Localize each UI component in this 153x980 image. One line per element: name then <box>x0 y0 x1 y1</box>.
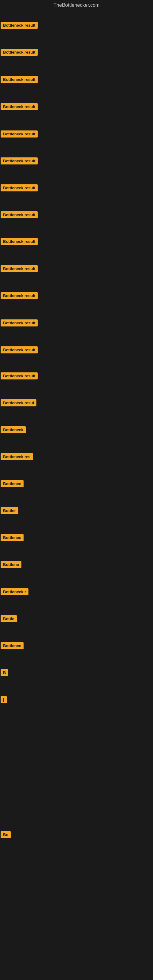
bottleneck-badge[interactable]: Bottleneck result <box>1 130 38 137</box>
bottleneck-badge-row: Bottlenec <box>1 480 24 488</box>
bottleneck-badge[interactable]: Bottleneck result <box>1 158 38 164</box>
bottleneck-badge[interactable]: Bottlenec <box>1 534 24 541</box>
bottleneck-badge[interactable]: Bottlene <box>1 561 21 568</box>
bottleneck-badge-row: Bottleneck result <box>1 103 38 111</box>
site-title-container: TheBottlenecker.com <box>0 0 153 10</box>
bottleneck-badge-row: Bottleneck <box>1 426 26 434</box>
bottleneck-badge[interactable]: Bottleneck result <box>1 211 38 218</box>
bottleneck-badge-row: Bottler <box>1 507 18 515</box>
bottleneck-badge-row: Bottleneck result <box>1 211 38 220</box>
bottleneck-badge-row: Bottleneck result <box>1 185 38 192</box>
bottleneck-badge-row: Bottlenec <box>1 642 24 651</box>
bottleneck-badge[interactable]: | <box>1 696 7 703</box>
bottleneck-badge[interactable]: Bottleneck result <box>1 292 38 299</box>
bottleneck-badge[interactable]: Bottleneck resul <box>1 399 37 406</box>
bottleneck-badge-row: Bottleneck result <box>1 265 38 274</box>
bottleneck-badge-row: Bottleneck result <box>1 76 38 84</box>
bottleneck-badge-row: | <box>1 696 7 705</box>
bottleneck-badge[interactable]: Bottleneck result <box>1 265 38 272</box>
bottleneck-badge[interactable]: Bo <box>1 831 11 838</box>
bottleneck-badge[interactable]: Bottler <box>1 507 18 514</box>
bottleneck-badge[interactable]: Bottleneck r <box>1 588 29 595</box>
bottleneck-badge[interactable]: Bottleneck result <box>1 76 38 83</box>
bottleneck-badge-row: Bottleneck result <box>1 22 38 30</box>
bottleneck-badge[interactable]: Bottlenec <box>1 480 24 487</box>
bottleneck-badge[interactable]: Bottleneck result <box>1 185 38 191</box>
bottleneck-badge-row: Bottleneck res <box>1 453 33 461</box>
bottleneck-badge-row: Bottleneck result <box>1 372 38 381</box>
bottleneck-badge[interactable]: B <box>1 669 8 676</box>
bottleneck-badge[interactable]: Bottleneck result <box>1 49 38 56</box>
bottleneck-badge[interactable]: Bottleneck result <box>1 22 38 29</box>
bottleneck-badge-row: B <box>1 669 8 678</box>
bottleneck-badge[interactable]: Bottleneck result <box>1 238 38 245</box>
bottleneck-badge[interactable]: Bottleneck result <box>1 320 38 326</box>
bottleneck-badge-row: Bottleneck result <box>1 346 38 355</box>
bottleneck-badge-row: Bo <box>1 831 11 840</box>
bottleneck-badge-row: Bottleneck result <box>1 320 38 328</box>
bottleneck-badge-row: Bottleneck result <box>1 158 38 166</box>
bottleneck-badge-row: Bottleneck result <box>1 49 38 57</box>
bottleneck-badge-row: Bottleneck r <box>1 588 29 597</box>
bottleneck-badge[interactable]: Bottleneck result <box>1 346 38 353</box>
bottleneck-badge-row: Bottleneck result <box>1 130 38 139</box>
bottleneck-badge[interactable]: Bottleneck res <box>1 453 33 460</box>
bottleneck-badge-row: Bottle <box>1 615 17 624</box>
bottleneck-badge-row: Bottlene <box>1 561 21 569</box>
bottleneck-badge[interactable]: Bottlenec <box>1 642 24 649</box>
bottleneck-badge[interactable]: Bottle <box>1 615 17 622</box>
results-container: Bottleneck resultBottleneck resultBottle… <box>0 10 153 980</box>
bottleneck-badge-row: Bottleneck resul <box>1 399 37 407</box>
bottleneck-badge[interactable]: Bottleneck result <box>1 372 38 379</box>
bottleneck-badge[interactable]: Bottleneck <box>1 426 26 433</box>
site-title: TheBottlenecker.com <box>0 0 153 10</box>
bottleneck-badge-row: Bottlenec <box>1 534 24 542</box>
bottleneck-badge[interactable]: Bottleneck result <box>1 103 38 110</box>
bottleneck-badge-row: Bottleneck result <box>1 238 38 246</box>
bottleneck-badge-row: Bottleneck result <box>1 292 38 301</box>
